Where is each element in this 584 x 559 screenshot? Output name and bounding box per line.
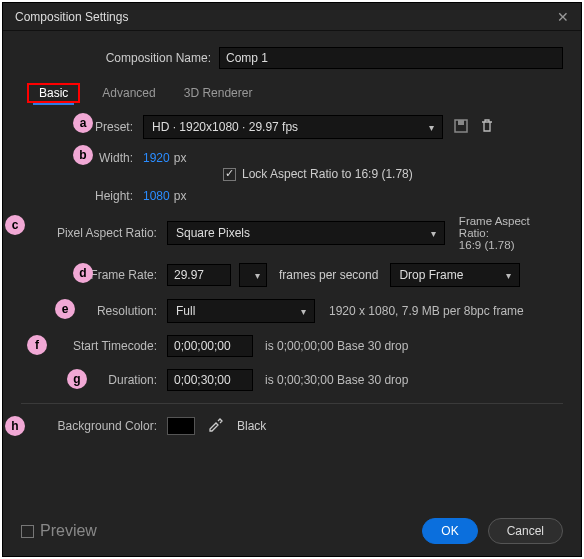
chevron-down-icon: ▾	[255, 270, 260, 281]
dur-info: is 0;00;30;00 Base 30 drop	[265, 373, 408, 387]
chevron-down-icon: ▾	[429, 122, 434, 133]
svg-rect-1	[458, 120, 464, 125]
save-preset-icon[interactable]	[453, 118, 469, 137]
preview-label: Preview	[40, 522, 97, 540]
marker-g: g	[67, 369, 87, 389]
marker-d: d	[73, 263, 93, 283]
bg-label: Background Color:	[21, 419, 157, 433]
dropframe-select[interactable]: Drop Frame ▾	[390, 263, 520, 287]
frame-aspect-label: Frame Aspect Ratio:	[459, 215, 563, 239]
dialog-title: Composition Settings	[15, 10, 128, 24]
lock-aspect-checkbox[interactable]	[223, 168, 236, 181]
marker-e: e	[55, 299, 75, 319]
width-value[interactable]: 1920	[143, 151, 170, 165]
marker-c: c	[5, 215, 25, 235]
ok-button[interactable]: OK	[422, 518, 477, 544]
cancel-button[interactable]: Cancel	[488, 518, 563, 544]
comp-name-label: Composition Name:	[21, 51, 211, 65]
marker-f: f	[27, 335, 47, 355]
marker-h: h	[5, 416, 25, 436]
titlebar: Composition Settings ✕	[3, 3, 581, 31]
trash-icon[interactable]	[479, 118, 495, 137]
tab-basic[interactable]: Basic	[33, 83, 74, 105]
chevron-down-icon: ▾	[301, 306, 306, 317]
chevron-down-icon: ▾	[506, 270, 511, 281]
width-unit: px	[174, 151, 187, 165]
par-label: Pixel Aspect Ratio:	[21, 226, 157, 240]
marker-a: a	[73, 113, 93, 133]
res-select[interactable]: Full ▾	[167, 299, 315, 323]
par-select[interactable]: Square Pixels ▾	[167, 221, 445, 245]
dialog-composition-settings: Composition Settings ✕ Composition Name:…	[2, 2, 582, 557]
height-value[interactable]: 1080	[143, 189, 170, 203]
duration-input[interactable]	[167, 369, 253, 391]
res-info: 1920 x 1080, 7.9 MB per 8bpc frame	[329, 304, 524, 318]
preview-checkbox[interactable]	[21, 525, 34, 538]
bg-color-swatch[interactable]	[167, 417, 195, 435]
fps-dropdown-toggle[interactable]: ▾	[239, 263, 267, 287]
chevron-down-icon: ▾	[431, 228, 436, 239]
eyedropper-icon[interactable]	[207, 416, 223, 435]
lock-aspect-label: Lock Aspect Ratio to 16:9 (1.78)	[242, 167, 413, 181]
preset-select[interactable]: HD · 1920x1080 · 29.97 fps ▾	[143, 115, 443, 139]
frame-aspect-value: 16:9 (1.78)	[459, 239, 563, 251]
height-unit: px	[174, 189, 187, 203]
marker-b: b	[73, 145, 93, 165]
comp-name-input[interactable]	[219, 47, 563, 69]
start-timecode-input[interactable]	[167, 335, 253, 357]
dur-label: Duration:	[21, 373, 157, 387]
fps-input[interactable]	[167, 264, 231, 286]
bg-color-name: Black	[237, 419, 266, 433]
close-icon[interactable]: ✕	[557, 9, 569, 25]
height-label: Height:	[21, 189, 133, 203]
fps-unit: frames per second	[279, 268, 378, 282]
res-label: Resolution:	[21, 304, 157, 318]
tab-advanced[interactable]: Advanced	[96, 83, 161, 103]
start-info: is 0;00;00;00 Base 30 drop	[265, 339, 408, 353]
tab-3d-renderer[interactable]: 3D Renderer	[178, 83, 259, 103]
